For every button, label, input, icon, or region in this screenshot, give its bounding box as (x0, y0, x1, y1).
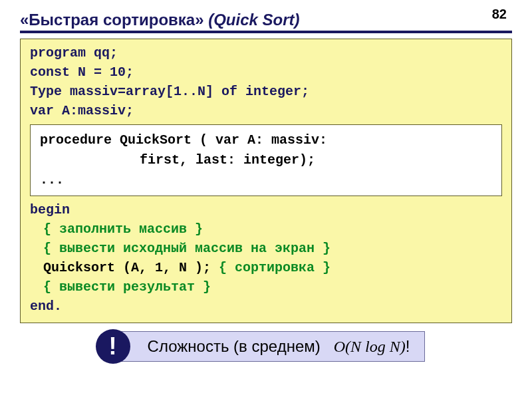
code-line: var A:massiv; (30, 101, 502, 120)
title-ru: «Быстрая сортировка» (20, 11, 208, 29)
call-text: Quicksort (A, 1, N ); (43, 260, 219, 275)
title-en: (Quick Sort) (208, 11, 299, 29)
page-number: 82 (492, 7, 507, 22)
proc-line: first, last: integer); (40, 150, 492, 170)
comment-line: { заполнить массив } (30, 219, 502, 239)
code-line: program qq; (30, 43, 502, 63)
comment-line: { вывести результат } (30, 277, 502, 297)
code-line: begin (30, 200, 502, 219)
complexity-box-wrap: ! Сложность (в среднем) O(N log N)! (0, 331, 532, 362)
complexity-box: ! Сложность (в среднем) O(N log N)! (107, 331, 426, 362)
code-line: Quicksort (A, 1, N ); { сортировка } (30, 258, 502, 277)
trailing-bang: ! (406, 337, 410, 355)
code-line: end. (30, 297, 502, 316)
complexity-formula: O(N log N) (334, 338, 406, 355)
code-line: Type massiv=array[1..N] of integer; (30, 82, 502, 101)
code-block-outer: program qq; const N = 10; Type massiv=ar… (20, 39, 512, 323)
code-block-inner: procedure QuickSort ( var A: massiv: fir… (30, 124, 502, 196)
complexity-label: Сложность (в среднем) (148, 337, 321, 356)
proc-ellipsis: ... (40, 170, 492, 190)
code-line: const N = 10; (30, 63, 502, 82)
proc-line: procedure QuickSort ( var A: massiv: (40, 130, 492, 150)
slide-title: «Быстрая сортировка» (Quick Sort) (20, 11, 512, 33)
exclamation-icon: ! (96, 329, 130, 364)
comment-inline: { сортировка } (219, 260, 331, 275)
comment-line: { вывести исходный массив на экран } (30, 239, 502, 258)
